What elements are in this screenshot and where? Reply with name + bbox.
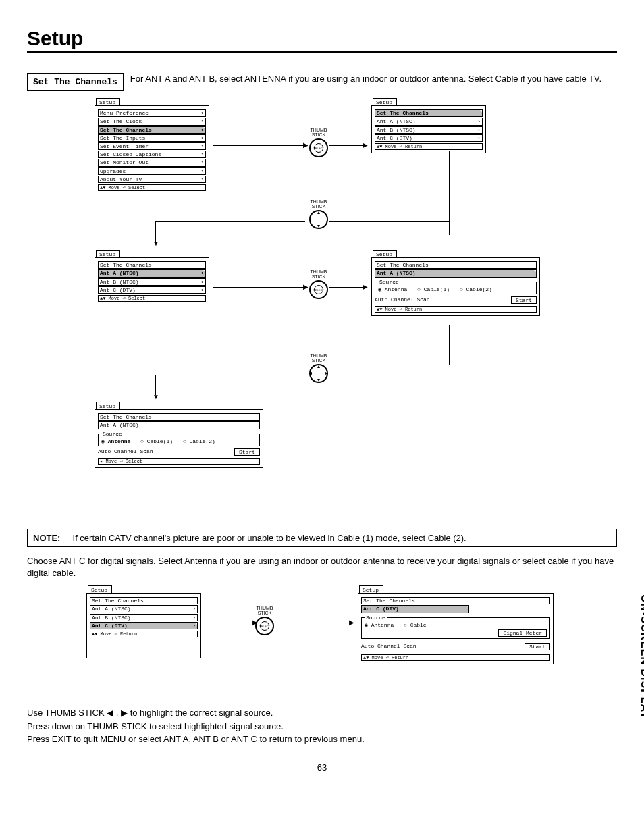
- breadcrumb-item: Set The Channels: [375, 109, 483, 117]
- arrow: ▶: [275, 623, 350, 623]
- connector: [449, 151, 450, 235]
- hint-bar: ✦ Move ⏎ Select: [98, 458, 260, 465]
- source-group: Source Antenna Cable(1) Cable(2): [98, 431, 260, 446]
- arrow: ▶: [203, 623, 253, 623]
- menu-item: Set Monitor Out›: [98, 159, 206, 166]
- menu-item: Upgrades›: [98, 167, 206, 175]
- radio-antenna: Antenna: [378, 286, 407, 292]
- menu-item: Ant B (NTSC)›: [98, 278, 206, 286]
- flow-diagram: Setup Menu Preference› Set The Clock› Se…: [27, 98, 617, 517]
- thumbstick-icon: THUMB STICK ▴▾: [309, 199, 328, 229]
- menu-item: Ant C (DTV)›: [98, 286, 206, 294]
- hint-bar: ▲▼ Move ⏎ Return: [90, 631, 198, 637]
- osd-ant-a-source-selected: Setup Set The Channels Ant A (NTSC) Sour…: [95, 402, 263, 468]
- radio-cable1: Cable(1): [140, 438, 173, 444]
- menu-item: Set Event Timer›: [98, 142, 206, 150]
- osd-set-channels-hi-a: Setup Set The Channels Ant A (NTSC)› Ant…: [95, 250, 209, 305]
- osd-set-channels: Setup Set The Channels Ant A (NTSC)› Ant…: [371, 98, 486, 153]
- arrow: ▶: [329, 287, 363, 288]
- menu-item: Ant C (DTV)›: [375, 134, 483, 142]
- thumbstick-icon: THUMB STICK SELECT: [255, 606, 274, 635]
- thumbstick-icon: THUMB STICK SELECT: [309, 128, 328, 157]
- source-group: Source Antenna Cable Signal Meter: [361, 615, 550, 640]
- auto-scan-label: Auto Channel Scan: [375, 296, 430, 303]
- connector: ▼: [155, 221, 156, 242]
- menu-item: Menu Preference›: [98, 109, 206, 117]
- intro-text: For ANT A and ANT B, select ANTENNA if y…: [130, 73, 617, 85]
- menu-item: Ant C (DTV)›: [90, 622, 198, 629]
- menu-item: Ant B (NTSC)›: [90, 614, 198, 621]
- flow-diagram-2: Setup Set The Channels Ant A (NTSC)› Ant…: [27, 585, 617, 707]
- auto-scan-label: Auto Channel Scan: [361, 643, 417, 649]
- arrow: ▶: [213, 287, 304, 288]
- breadcrumb-item: Set The Channels: [361, 597, 550, 604]
- menu-item: Set The Channels›: [98, 126, 206, 134]
- start-button: Start: [525, 643, 550, 650]
- menu-item: Ant A (NTSC)›: [98, 269, 206, 277]
- arrow: ▶: [213, 145, 304, 146]
- arrow: ▶: [329, 145, 363, 146]
- connector: [449, 325, 450, 365]
- menu-item: Ant A (NTSC)›: [375, 118, 483, 125]
- note-box: NOTE: If certain CATV channel's picture …: [27, 529, 617, 547]
- menu-item: Set The Clock›: [98, 118, 206, 125]
- radio-cable2: Cable(2): [183, 438, 215, 444]
- side-tab-label: ON-SCREEN DISPLAY: [639, 594, 644, 719]
- radio-cable: Cable: [404, 622, 427, 628]
- breadcrumb-item: Set The Channels: [375, 261, 537, 269]
- connector: [155, 221, 305, 222]
- instruction-line: Press down on THUMB STICK to select high…: [27, 721, 617, 733]
- menu-item: Set Closed Captions›: [98, 151, 206, 158]
- antc-paragraph: Choose ANT C for digital signals. Select…: [27, 555, 617, 579]
- source-group: Source Antenna Cable(1) Cable(2): [375, 279, 537, 294]
- hint-bar: ▲▼ Move ⏎ Select: [98, 184, 206, 191]
- menu-item: Set The Inputs›: [98, 134, 206, 142]
- start-button: Start: [511, 296, 537, 304]
- radio-cable1: Cable(1): [417, 286, 450, 292]
- radio-antenna: Antenna: [365, 622, 394, 628]
- thumbstick-icon: THUMB STICK ▴▾◂▸: [309, 353, 328, 383]
- note-text: If certain CATV channel's picture are po…: [73, 533, 466, 543]
- start-button: Start: [234, 448, 260, 456]
- thumbstick-icon: THUMB STICK SELECT: [309, 269, 328, 299]
- hint-bar: ▲▼ Move ⏎ Select: [98, 295, 206, 302]
- osd-set-channels-hi-c: Setup Set The Channels Ant A (NTSC)› Ant…: [86, 585, 201, 658]
- page-number: 63: [27, 762, 617, 773]
- note-label: NOTE:: [33, 533, 60, 543]
- instruction-line: Use THUMB STICK ◀ , ▶ to highlight the c…: [27, 707, 617, 719]
- connector: ▼: [155, 375, 156, 395]
- hint-bar: ▲▼ Move ⏎ Return: [375, 143, 483, 150]
- section-label: Set The Channels: [27, 73, 124, 91]
- breadcrumb-item: Ant C (DTV): [361, 605, 469, 613]
- connector: [329, 221, 449, 222]
- instruction-line: Press EXIT to quit MENU or select ANT A,…: [27, 733, 617, 746]
- auto-scan-label: Auto Channel Scan: [98, 448, 153, 454]
- hint-bar: ▲▼ Move ⏎ Return: [361, 654, 550, 661]
- breadcrumb-item: Ant A (NTSC): [98, 421, 260, 429]
- osd-ant-a-source: Setup Set The Channels Ant A (NTSC) Sour…: [371, 250, 540, 316]
- breadcrumb-item: Set The Channels: [98, 261, 206, 269]
- osd-setup-main: Setup Menu Preference› Set The Clock› Se…: [95, 98, 209, 194]
- page-title: Setup: [27, 27, 617, 53]
- connector: [329, 375, 449, 375]
- connector: [155, 375, 305, 375]
- hint-bar: ▲▼ Move ⏎ Return: [375, 306, 537, 313]
- radio-antenna: Antenna: [101, 438, 130, 444]
- breadcrumb-item: Set The Channels: [90, 597, 198, 604]
- menu-item: Ant B (NTSC)›: [375, 126, 483, 134]
- menu-item: Ant A (NTSC)›: [90, 605, 198, 613]
- signal-meter-button: Signal Meter: [498, 629, 547, 637]
- radio-cable2: Cable(2): [460, 286, 492, 292]
- menu-item: About Your TV›: [98, 176, 206, 183]
- breadcrumb-item: Ant A (NTSC): [375, 269, 537, 277]
- osd-ant-c-source: Setup Set The Channels Ant C (DTV) Sourc…: [358, 585, 554, 664]
- breadcrumb-item: Set The Channels: [98, 413, 260, 421]
